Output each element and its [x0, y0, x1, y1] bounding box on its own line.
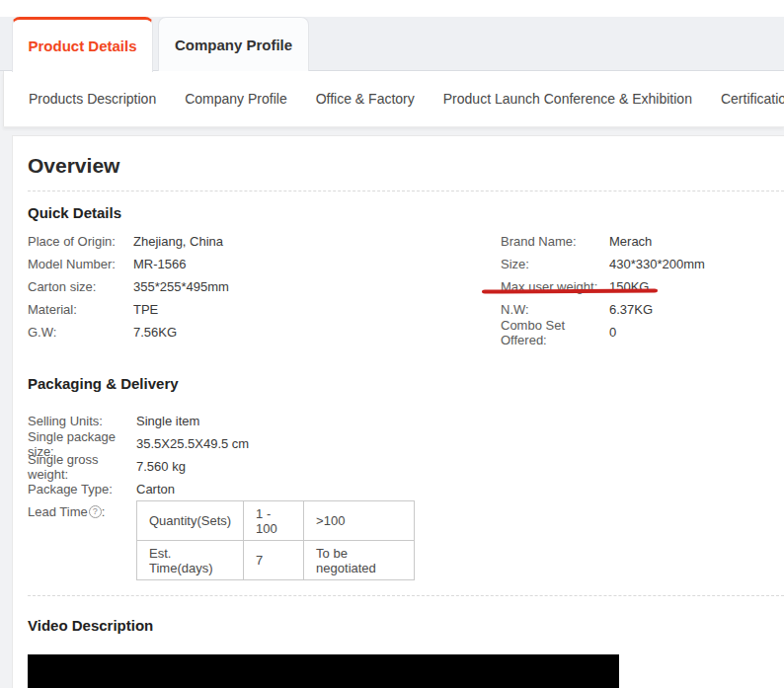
table-cell: Quantity(Sets)	[137, 501, 244, 541]
detail-label: N.W:	[501, 302, 609, 317]
detail-label: Size:	[501, 257, 609, 271]
quick-details-left-column: Place of Origin: Zhejiang, China Model N…	[28, 230, 501, 344]
detail-label: Model Number:	[28, 257, 133, 271]
detail-value: 0	[609, 325, 616, 340]
subnav-item-products-description[interactable]: Products Description	[29, 91, 156, 107]
detail-row: G.W: 7.56KG	[28, 321, 501, 344]
quick-details-right-column: Brand Name: Merach Size: 430*330*200mm M…	[501, 230, 705, 344]
detail-label: Single gross weight:	[28, 452, 136, 482]
detail-row: Carton size: 355*255*495mm	[28, 275, 501, 298]
detail-value: 7.56KG	[133, 325, 177, 340]
detail-value: 430*330*200mm	[609, 257, 705, 271]
detail-value: Zhejiang, China	[133, 234, 223, 249]
section-subnav: Products Description Company Profile Off…	[3, 71, 784, 126]
detail-row: Model Number: MR-1566	[28, 253, 501, 275]
detail-label: Material:	[28, 302, 133, 317]
detail-label: G.W:	[28, 325, 133, 340]
question-circle-icon[interactable]: ?	[89, 505, 102, 518]
detail-value: 6.37KG	[609, 302, 653, 317]
video-player[interactable]	[28, 654, 619, 688]
lead-time-label: Lead Time ? :	[28, 500, 136, 523]
packaging-rows: Selling Units: Single item Single packag…	[28, 410, 784, 580]
detail-label: Brand Name:	[501, 234, 609, 249]
lead-time-est-row: Est. Time(days) 7 To be negotiated	[137, 541, 415, 580]
detail-row: Combo Set Offered: 0	[501, 321, 705, 344]
tab-company-profile-label: Company Profile	[175, 37, 292, 53]
product-page: Product Details Company Profile Products…	[0, 0, 784, 688]
detail-row: Brand Name: Merach	[501, 230, 705, 253]
subnav-item-company-profile[interactable]: Company Profile	[185, 91, 287, 107]
table-cell: To be negotiated	[304, 541, 415, 580]
detail-value: Merach	[609, 234, 652, 249]
tab-product-details[interactable]: Product Details	[12, 17, 153, 72]
tab-bar: Product Details Company Profile	[0, 0, 784, 71]
tab-company-profile[interactable]: Company Profile	[158, 17, 309, 71]
table-cell: >100	[304, 501, 415, 541]
subnav-item-office-factory[interactable]: Office & Factory	[316, 91, 415, 107]
divider	[28, 191, 784, 191]
lead-time-quantity-row: Quantity(Sets) 1 - 100 >100	[137, 501, 415, 541]
detail-row: Single package size: 35.5X25.5X49.5 cm	[28, 432, 784, 455]
band-gap	[0, 126, 784, 135]
detail-label: Carton size:	[28, 279, 133, 294]
detail-label: Selling Units:	[28, 414, 136, 428]
video-description-heading: Video Description	[28, 617, 784, 634]
subnav-item-product-launch[interactable]: Product Launch Conference & Exhibition	[443, 91, 692, 107]
detail-row: Selling Units: Single item	[28, 410, 784, 432]
detail-label: Combo Set Offered:	[501, 318, 609, 347]
detail-row: Material: TPE	[28, 298, 501, 321]
detail-value: TPE	[133, 302, 158, 317]
detail-value: 35.5X25.5X49.5 cm	[136, 436, 249, 451]
lead-time-table: Quantity(Sets) 1 - 100 >100 Est. Time(da…	[136, 500, 415, 580]
lead-time-row: Lead Time ? : Quantity(Sets) 1 - 100 >10…	[28, 500, 784, 580]
table-cell: Est. Time(days)	[137, 541, 244, 580]
detail-value: 7.560 kg	[136, 459, 186, 474]
detail-label: Place of Origin:	[28, 234, 133, 249]
detail-row: Place of Origin: Zhejiang, China	[28, 230, 501, 253]
content-panel: Overview Quick Details Place of Origin: …	[12, 135, 784, 688]
packaging-heading: Packaging & Delivery	[28, 375, 784, 392]
detail-value: Carton	[136, 482, 175, 497]
subnav-item-certifications[interactable]: Certifications	[721, 91, 784, 107]
lead-time-colon: :	[102, 500, 106, 523]
detail-row-max-user-weight: Max user weight: 150KG	[501, 275, 705, 298]
detail-row: Single gross weight: 7.560 kg	[28, 455, 784, 478]
tab-product-details-label: Product Details	[28, 38, 136, 54]
quick-details-grid: Place of Origin: Zhejiang, China Model N…	[28, 230, 784, 344]
detail-value: MR-1566	[133, 257, 186, 271]
detail-value: Single item	[136, 414, 199, 428]
detail-value: 355*255*495mm	[133, 279, 229, 294]
quick-details-heading: Quick Details	[28, 204, 784, 221]
lead-time-label-text: Lead Time	[28, 500, 88, 523]
detail-row: Size: 430*330*200mm	[501, 253, 705, 275]
table-cell: 1 - 100	[244, 501, 304, 541]
detail-label: Package Type:	[28, 482, 136, 497]
detail-row: Package Type: Carton	[28, 478, 784, 500]
table-cell: 7	[244, 541, 304, 580]
divider	[28, 595, 784, 596]
page-title: Overview	[28, 153, 784, 178]
